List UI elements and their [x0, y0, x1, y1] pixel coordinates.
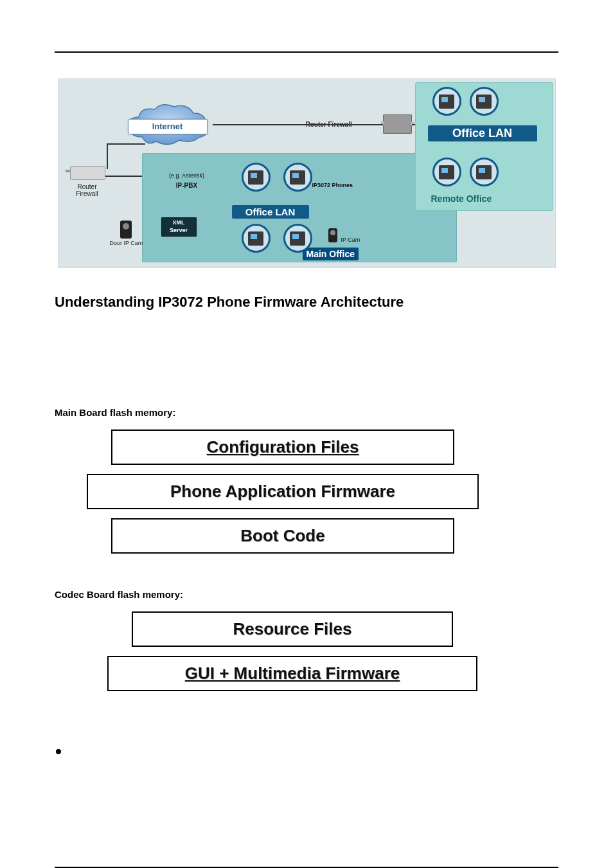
xml-server-box: XMLServer — [161, 217, 197, 237]
video-phone-icon — [432, 87, 461, 116]
layer-app-firmware: Phone Application Firmware — [87, 474, 479, 509]
page-heading: Understanding IP3072 Phone Firmware Arch… — [55, 294, 558, 311]
video-phone-icon — [242, 224, 271, 253]
layer-gui-firmware: GUI + Multimedia Firmware — [107, 656, 477, 691]
codec-board-title: Codec Board flash memory: — [55, 589, 558, 600]
layer-resource-files: Resource Files — [132, 611, 453, 647]
ip3072-phones-label: IP3072 Phones — [312, 182, 353, 188]
internet-label: Internet — [128, 119, 208, 134]
router-firewall-icon — [383, 114, 412, 134]
video-phone-icon — [470, 158, 499, 186]
video-phone-icon — [242, 163, 271, 192]
line — [107, 143, 145, 145]
main-board-title: Main Board flash memory: — [55, 407, 558, 418]
ippbx-note: (e.g. Asterisk) — [158, 172, 216, 179]
top-rule — [55, 51, 558, 53]
router-left-label: RouterFirewall — [67, 183, 107, 197]
layer-boot-code: Boot Code — [111, 518, 454, 554]
remote-office-label: Remote Office — [431, 194, 492, 204]
line — [107, 143, 108, 169]
bullet-row — [56, 749, 558, 754]
ip-cam-icon — [328, 228, 337, 242]
video-phone-icon — [432, 158, 461, 186]
ip-cam-label: IP Cam — [341, 237, 360, 243]
video-phone-icon — [470, 87, 499, 116]
line — [105, 176, 142, 177]
ippbx-label: IP-PBX — [158, 182, 216, 189]
office-lan-main-label: Office LAN — [232, 205, 309, 219]
bullet-icon — [56, 749, 61, 754]
door-ip-cam: Door IP Cam — [110, 221, 143, 246]
line — [213, 124, 383, 125]
codec-board-stack: Resource Files GUI + Multimedia Firmware — [132, 611, 453, 691]
layer-config-files: Configuration Files — [111, 429, 454, 465]
main-board-stack: Configuration Files Phone Application Fi… — [111, 429, 454, 554]
router-left-icon — [70, 166, 105, 180]
network-diagram: Internet Router Firewall RouterFirewall … — [55, 78, 558, 268]
video-phone-icon — [283, 224, 312, 253]
office-lan-remote-label: Office LAN — [428, 125, 537, 141]
video-phone-icon — [283, 163, 312, 192]
